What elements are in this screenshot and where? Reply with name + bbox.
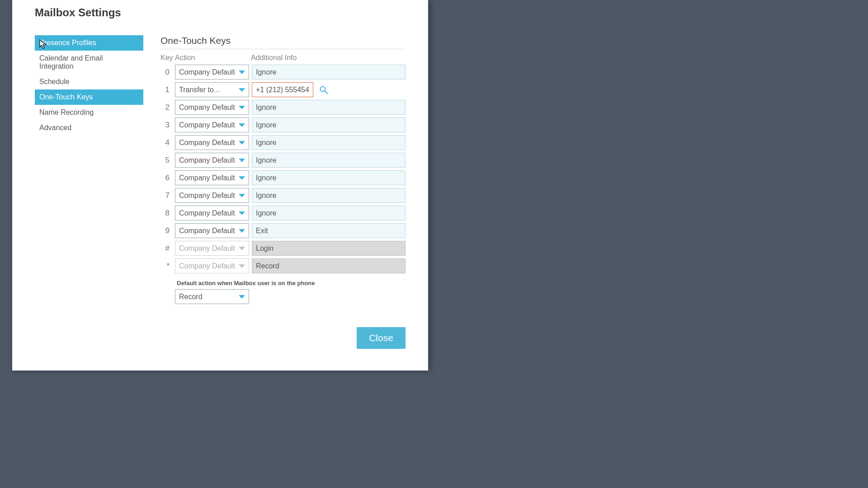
additional-info-input xyxy=(252,258,406,273)
key-row: 4Company Default xyxy=(160,135,406,150)
sidebar-item-advanced[interactable]: Advanced xyxy=(35,120,143,136)
action-dropdown[interactable]: Company Default xyxy=(175,223,249,238)
dialog-title: Mailbox Settings xyxy=(12,0,428,19)
key-row: *Company Default xyxy=(160,258,406,273)
sidebar-item-one-touch-keys[interactable]: One-Touch Keys xyxy=(35,89,143,105)
additional-info-input[interactable] xyxy=(252,117,406,132)
chevron-down-icon xyxy=(239,159,245,162)
key-rows: 0Company Default1Transfer to...2Company … xyxy=(160,65,406,273)
key-row: 1Transfer to... xyxy=(160,82,406,97)
key-row: 8Company Default xyxy=(160,206,406,221)
action-value: Company Default xyxy=(179,121,235,129)
action-dropdown[interactable]: Company Default xyxy=(175,153,249,168)
chevron-down-icon xyxy=(239,70,245,74)
action-dropdown[interactable]: Company Default xyxy=(175,135,249,150)
chevron-down-icon xyxy=(239,295,245,299)
additional-info-input[interactable] xyxy=(252,153,406,168)
chevron-down-icon xyxy=(239,106,245,109)
additional-info-input[interactable] xyxy=(252,65,406,80)
dialog-body: Presence ProfilesCalendar and Email Inte… xyxy=(12,19,428,307)
additional-info-input[interactable] xyxy=(252,188,406,203)
key-label: 7 xyxy=(160,191,175,200)
sidebar-nav: Presence ProfilesCalendar and Email Inte… xyxy=(35,35,143,307)
action-value: Company Default xyxy=(179,103,235,112)
action-dropdown[interactable]: Company Default xyxy=(175,65,249,80)
action-dropdown[interactable]: Company Default xyxy=(175,117,249,132)
action-value: Transfer to... xyxy=(179,86,220,94)
action-value: Company Default xyxy=(179,244,235,253)
chevron-down-icon xyxy=(239,247,245,250)
key-row: 6Company Default xyxy=(160,170,406,185)
additional-info-input xyxy=(252,241,406,256)
additional-info-input[interactable] xyxy=(252,206,406,221)
action-value: Company Default xyxy=(179,156,235,164)
additional-info-input[interactable] xyxy=(252,223,406,238)
column-headers: Key Action Additional Info xyxy=(160,54,406,62)
transfer-number-input[interactable] xyxy=(252,82,313,97)
key-label: * xyxy=(160,262,175,271)
action-dropdown[interactable]: Company Default xyxy=(175,170,249,185)
action-value: Company Default xyxy=(179,262,235,270)
chevron-down-icon xyxy=(239,88,245,92)
key-row: 0Company Default xyxy=(160,65,406,80)
key-label: 8 xyxy=(160,209,175,218)
key-label: 1 xyxy=(160,85,175,94)
chevron-down-icon xyxy=(239,264,245,268)
sidebar-item-schedule[interactable]: Schedule xyxy=(35,74,143,89)
section-title: One-Touch Keys xyxy=(160,35,406,49)
key-label: 0 xyxy=(160,68,175,77)
default-action-dropdown[interactable]: Record xyxy=(175,289,249,304)
chevron-down-icon xyxy=(239,194,245,197)
action-value: Company Default xyxy=(179,139,235,147)
chevron-down-icon xyxy=(239,176,245,180)
info-wrapper xyxy=(252,82,406,97)
key-label: 2 xyxy=(160,103,175,112)
key-row: 2Company Default xyxy=(160,100,406,115)
additional-info-input[interactable] xyxy=(252,135,406,150)
key-label: # xyxy=(160,244,175,253)
column-header-action: Action xyxy=(175,54,251,62)
key-row: 3Company Default xyxy=(160,117,406,132)
svg-line-1 xyxy=(325,91,328,94)
default-action-label: Default action when Mailbox user is on t… xyxy=(177,280,406,286)
column-header-key: Key xyxy=(160,54,175,62)
key-row: 9Company Default xyxy=(160,223,406,238)
chevron-down-icon xyxy=(239,229,245,233)
key-label: 3 xyxy=(160,121,175,130)
action-dropdown: Company Default xyxy=(175,258,249,273)
mailbox-settings-dialog: Mailbox Settings Presence ProfilesCalend… xyxy=(12,0,428,371)
sidebar-item-presence-profiles[interactable]: Presence Profiles xyxy=(35,35,143,51)
close-button[interactable]: Close xyxy=(357,327,406,349)
action-value: Company Default xyxy=(179,209,235,217)
action-value: Company Default xyxy=(179,227,235,235)
default-action-value: Record xyxy=(179,293,203,301)
additional-info-input[interactable] xyxy=(252,170,406,185)
action-value: Company Default xyxy=(179,192,235,200)
default-action-row: Record xyxy=(175,289,406,304)
key-row: #Company Default xyxy=(160,241,406,256)
additional-info-input[interactable] xyxy=(252,100,406,115)
main-panel: One-Touch Keys Key Action Additional Inf… xyxy=(143,35,406,307)
key-row: 7Company Default xyxy=(160,188,406,203)
sidebar-item-calendar-and-email-integration[interactable]: Calendar and Email Integration xyxy=(35,51,143,74)
chevron-down-icon xyxy=(239,141,245,145)
search-icon xyxy=(319,85,328,94)
key-label: 5 xyxy=(160,156,175,165)
chevron-down-icon xyxy=(239,123,245,127)
action-dropdown[interactable]: Transfer to... xyxy=(175,82,249,97)
action-dropdown[interactable]: Company Default xyxy=(175,100,249,115)
column-header-info: Additional Info xyxy=(251,54,406,62)
sidebar-item-name-recording[interactable]: Name Recording xyxy=(35,105,143,120)
action-dropdown: Company Default xyxy=(175,241,249,256)
key-label: 6 xyxy=(160,174,175,183)
key-label: 4 xyxy=(160,138,175,147)
lookup-button[interactable] xyxy=(318,84,330,96)
key-row: 5Company Default xyxy=(160,153,406,168)
action-value: Company Default xyxy=(179,174,235,182)
action-dropdown[interactable]: Company Default xyxy=(175,206,249,221)
key-label: 9 xyxy=(160,226,175,235)
action-value: Company Default xyxy=(179,68,235,76)
chevron-down-icon xyxy=(239,211,245,215)
action-dropdown[interactable]: Company Default xyxy=(175,188,249,203)
